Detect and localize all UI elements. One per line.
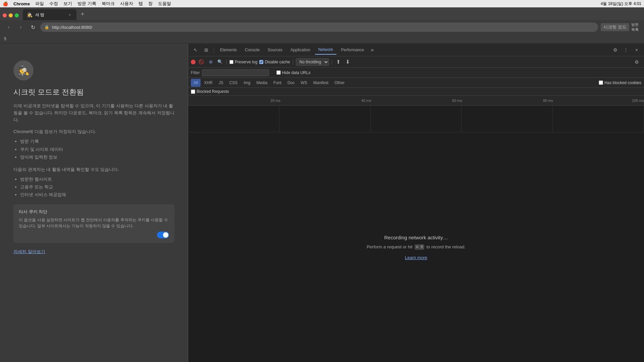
stored-info-list: 방문 기록 쿠키 및 사이트 데이터 양식에 입력한 정보 [13,137,174,161]
clear-button[interactable]: 🚫 [198,58,205,66]
close-devtools-button[interactable]: × [632,45,641,55]
nav-right: 시크릿 모드 방문 목록 [601,23,640,32]
third-party-cookies-section: 타사 쿠키 차단 이 옵션을 사용 설정하면 사이트가 웹 전반에서 사용자를 … [13,204,174,243]
close-window-button[interactable] [3,13,7,17]
active-tab[interactable]: 🕵 새 탭 × [23,9,76,20]
apple-menu[interactable]: 🍎 [3,1,8,6]
disable-cache-checkbox[interactable] [259,60,263,64]
grid-col-1 [188,106,279,132]
rt-tab-other[interactable]: Other [332,79,347,87]
import-button[interactable]: ⬆ [335,58,342,66]
toolbar-separator-2 [293,59,293,65]
url-text: http://localhost:8080/ [52,25,92,30]
tab-sources[interactable]: Sources [264,45,286,55]
devtools-tabbar: ↖ ⊞ Elements Console Sources Application… [188,44,644,56]
timeline-labels: 20 ms 40 ms 60 ms 80 ms 100 ms [190,99,644,103]
tab-close-button[interactable]: × [67,12,72,17]
hide-urls-row: Hide data URLs [276,70,311,75]
tab-elements[interactable]: Elements [217,45,240,55]
rt-tab-css[interactable]: CSS [227,79,240,87]
record-button[interactable] [191,60,196,64]
grid-col-4 [462,106,553,132]
tab-application[interactable]: Application [287,45,314,55]
filter-bar: Filter Hide data URLs [188,68,644,78]
rt-tab-js[interactable]: JS [216,79,226,87]
hide-urls-checkbox[interactable] [276,70,281,75]
menu-tab[interactable]: 탭 [139,1,143,7]
export-button[interactable]: ⬇ [344,58,352,66]
back-button[interactable]: ‹ [4,22,13,32]
rt-tab-media[interactable]: Media [254,79,270,87]
timeline-marker-20: 20 ms [190,99,280,103]
list-item: 인터넷 서비스 제공업체 [20,191,174,198]
menu-window[interactable]: 창 [148,1,153,7]
incognito-hat-icon: 🕵️ [18,65,30,76]
incognito-avatar: 🕵️ [13,60,34,80]
timeline-header: 20 ms 40 ms 60 ms 80 ms 100 ms [188,96,644,106]
has-blocked-cookies-label: Has blocked cookies [604,80,641,85]
preserve-log-label: Preserve log [235,60,257,64]
network-content: Recording network activity… Perform a re… [188,132,644,362]
menu-bookmarks[interactable]: 북마크 [102,1,115,7]
toggle-row [19,232,169,238]
maximize-window-button[interactable] [15,13,19,17]
tab-network[interactable]: Network [315,45,336,55]
toolbar-separator-3 [332,59,332,65]
network-settings-button[interactable]: ⚙ [632,57,641,67]
menu-edit[interactable]: 수정 [49,1,58,7]
tab-title: 새 탭 [35,12,44,18]
forward-button[interactable]: › [16,22,25,32]
learn-more-link[interactable]: 자세히 알아보기 [13,249,45,254]
reload-button[interactable]: ↻ [28,22,38,32]
blocked-requests-checkbox[interactable] [191,89,195,94]
settings-icon-button[interactable]: ⚙ [610,45,620,55]
cursor-icon-button[interactable]: ↖ [191,45,200,55]
device-toolbar-button[interactable]: ⊞ [202,45,211,55]
rt-tab-manifest[interactable]: Manifest [311,79,331,87]
rt-tab-xhr[interactable]: XHR [201,79,215,87]
minimize-window-button[interactable] [9,13,13,17]
menu-help[interactable]: 도움말 [158,1,171,7]
throttle-select[interactable]: No throttling [296,58,329,66]
third-party-title: 타사 쿠키 차단 [19,209,169,215]
more-options-button[interactable]: ⋮ [621,45,631,55]
rt-tab-img[interactable]: Img [241,79,253,87]
filter-input[interactable] [202,69,269,76]
network-toolbar: 🚫 ⊘ 🔍 Preserve log Disable cache No thro… [188,56,644,68]
search-icon-button[interactable]: 🔍 [216,58,224,66]
preserve-log-checkbox[interactable] [229,60,233,64]
blocked-requests-label: Blocked Requests [197,89,229,94]
more-tabs-button[interactable]: » [369,47,376,53]
third-party-cookie-toggle[interactable] [157,232,169,238]
filter-icon-button[interactable]: ⊘ [207,58,214,66]
menu-users[interactable]: 사용자 [120,1,133,7]
rt-tab-ws[interactable]: WS [298,79,310,87]
tab-separator [214,47,214,53]
devtools-panel: ↖ ⊞ Elements Console Sources Application… [188,44,644,362]
timeline-marker-60: 60 ms [371,99,462,103]
menu-file[interactable]: 파일 [35,1,44,7]
recording-text: Recording network activity… [384,235,448,240]
disable-cache-checkbox-row: Disable cache [259,60,290,64]
menu-history[interactable]: 방문 기록 [77,1,96,7]
menu-chrome[interactable]: Chrome [13,1,30,6]
rt-tab-font[interactable]: Font [271,79,284,87]
learn-more-devtools-link[interactable]: Learn more [405,255,427,260]
network-settings-icon[interactable]: ⚙ [632,57,641,67]
rt-tab-doc[interactable]: Doc [285,79,297,87]
tab-console[interactable]: Console [241,45,263,55]
tab-bar: 🕵 새 탭 × + [0,7,644,20]
menu-time: 4월 18일(일) 오후 4:01 [601,1,641,7]
devtools-toolbar-right: ⚙ ⋮ × [610,45,641,55]
rt-tab-all[interactable]: All [191,79,201,87]
visible-title: 다음의 관계자는 내 활동 내역을 확인할 수도 있습니다. [13,167,174,173]
new-tab-button[interactable]: + [78,9,87,19]
has-blocked-cookies-checkbox[interactable] [599,80,603,85]
list-item: 고용주 또는 학교 [20,183,174,191]
history-button[interactable]: 방문 목록 [631,23,640,32]
request-type-tabs: All XHR JS CSS Img Media Font Doc WS Man… [188,78,644,88]
menu-view[interactable]: 보기 [63,1,72,7]
tab-performance[interactable]: Performance [338,45,368,55]
perform-text: Perform a request or hit [367,244,413,249]
address-bar[interactable]: 🔒 http://localhost:8080/ [40,22,598,32]
